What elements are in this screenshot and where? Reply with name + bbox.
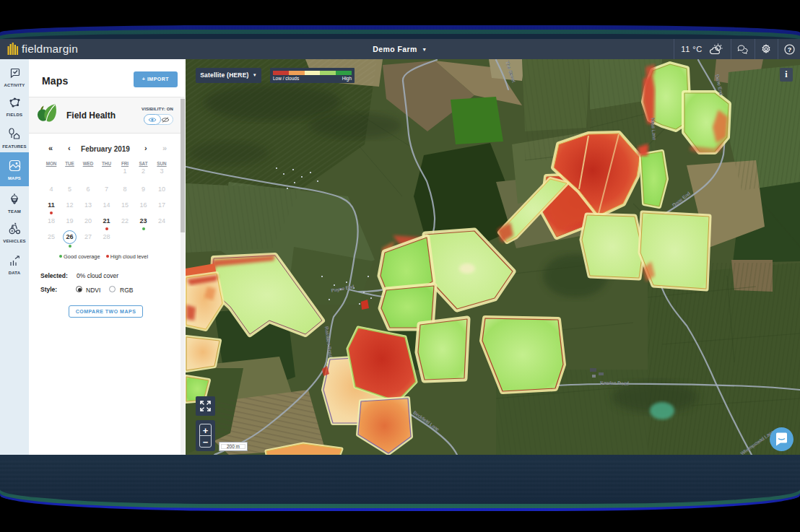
svg-text:?: ? <box>787 45 791 53</box>
svg-text:Sandon Road: Sandon Road <box>600 380 629 386</box>
